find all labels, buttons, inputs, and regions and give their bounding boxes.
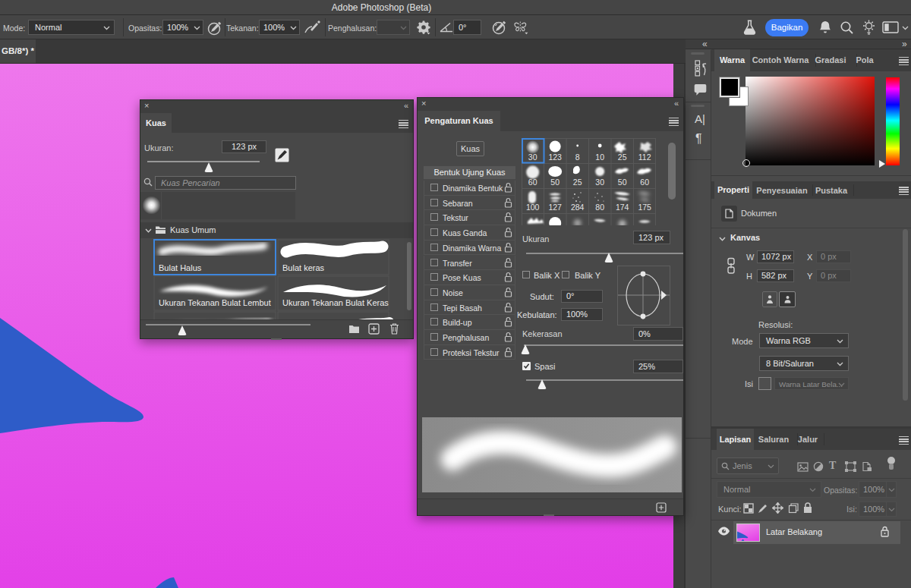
svg-text:50: 50 — [618, 178, 627, 187]
svg-text:127: 127 — [548, 203, 562, 212]
svg-text:174: 174 — [616, 203, 629, 212]
svg-text:60: 60 — [640, 178, 649, 187]
svg-text:8: 8 — [575, 153, 580, 162]
svg-text:284: 284 — [571, 203, 585, 212]
svg-text:60: 60 — [528, 178, 537, 187]
svg-text:25: 25 — [573, 178, 582, 187]
svg-text:123: 123 — [548, 153, 562, 162]
svg-text:50: 50 — [550, 178, 560, 187]
svg-text:25: 25 — [618, 153, 627, 162]
svg-text:175: 175 — [638, 203, 651, 212]
svg-text:100: 100 — [526, 203, 540, 212]
svg-text:10: 10 — [595, 153, 604, 162]
svg-text:30: 30 — [595, 178, 604, 187]
svg-text:30: 30 — [528, 153, 537, 162]
svg-text:112: 112 — [638, 153, 651, 162]
svg-text:80: 80 — [595, 203, 604, 212]
